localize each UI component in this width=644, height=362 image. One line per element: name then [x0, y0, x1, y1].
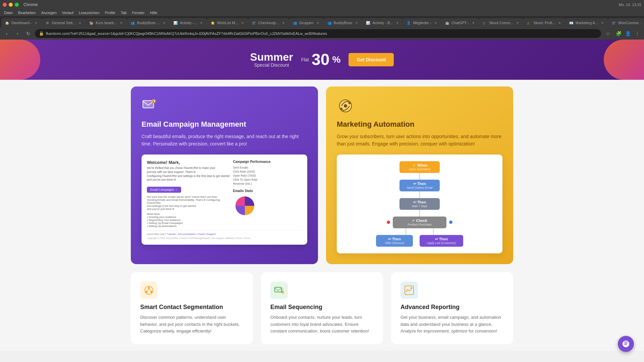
tab-label: Marketing A... [576, 21, 598, 25]
extensions-icon[interactable]: 🧩 [614, 29, 623, 38]
tab-general-sett[interactable]: ⚙ General Sett... × [42, 18, 86, 27]
menu-bearbeiten[interactable]: Bearbeiten [18, 11, 36, 15]
smart-segmentation-card: Smart Contact Segmentation Discover comm… [131, 272, 253, 344]
tab-skool2[interactable]: 🎓 Skool: Profi... × [523, 18, 565, 27]
mockup-welcome: Welcome! Mark, [147, 160, 230, 165]
page-content: Summer Special Discount Flat 30 % Get Di… [0, 40, 644, 351]
flow-then2-label: ↩ Then [405, 200, 434, 204]
menu-icon[interactable]: ⋮ [633, 29, 641, 38]
tab-marketing[interactable]: 📧 Marketing A... × [566, 18, 608, 27]
flow-then1-node: ↩ Then Send (Sales) Email [399, 180, 440, 191]
menu-anzeigen[interactable]: Anzeigen [41, 11, 57, 15]
app-name: Chrome [23, 2, 38, 7]
menu-datei[interactable]: Datei [4, 11, 13, 15]
tab-bar: 🏠 Dashboard - × ⚙ General Sett... × 📚 Ku… [0, 16, 644, 27]
email-campaign-card: 📢 Email Campaign Management Craft beauti… [131, 86, 318, 264]
tab-favicon: 👥 [327, 20, 332, 25]
tab-close[interactable]: × [471, 20, 476, 25]
automation-flowchart: ⚡ When Optin Submitted ↩ Then Send (Sale… [337, 155, 502, 253]
flow-connector-3 [419, 210, 420, 217]
svg-rect-14 [275, 287, 281, 292]
tab-favicon: 📧 [569, 20, 574, 25]
tab-activity-b[interactable]: 📊 Activity - B... × [362, 18, 403, 27]
secure-icon: 🔒 [39, 31, 44, 36]
flow-connector-1 [419, 173, 420, 180]
tab-close[interactable]: × [354, 20, 359, 25]
svg-point-5 [348, 102, 351, 104]
profile-icon[interactable]: 👤 [624, 29, 632, 38]
flow-then-right-subtitle: Apply List (Customer) [425, 241, 458, 245]
tab-dashboard[interactable]: 🏠 Dashboard - × [1, 18, 42, 27]
tab-close[interactable]: × [281, 20, 286, 25]
mockup-copyright: Copyright © 2020 FluentCRM. A brand of W… [147, 237, 302, 239]
browser-close-dot[interactable] [3, 3, 7, 7]
browser-maximize-dot[interactable] [15, 3, 19, 7]
tab-label: General Sett... [52, 21, 76, 25]
tab-close[interactable]: × [240, 20, 245, 25]
flow-connector-right [433, 228, 434, 235]
tab-checkoutp[interactable]: 🛒 Checkoutp... × [248, 18, 289, 27]
mockup-email-campaigns-btn[interactable]: Email Campaigns → [147, 187, 181, 193]
menu-verlauf[interactable]: Verlauf [62, 11, 73, 15]
tab-close[interactable]: × [395, 20, 399, 25]
tab-close[interactable]: × [119, 20, 123, 25]
tab-close[interactable]: × [433, 20, 438, 25]
tab-favicon: 📊 [366, 20, 370, 25]
tab-favicon: ⚙ [45, 20, 50, 25]
tab-favicon: 📚 [89, 20, 94, 25]
svg-line-12 [147, 289, 149, 291]
flow-check-row: ✓ Check Product Purchase [387, 217, 452, 228]
tab-close[interactable]: × [515, 20, 520, 25]
bottom-features-row: Smart Contact Segmentation Discover comm… [131, 272, 513, 344]
svg-line-13 [149, 289, 151, 291]
address-bar-icons: ☆ [604, 29, 612, 38]
tab-wishlist[interactable]: ⭐ WishList M... × [207, 18, 248, 27]
svg-point-7 [344, 104, 347, 108]
menu-tab[interactable]: Tab [121, 11, 127, 15]
menu-lesezeichen[interactable]: Lesezeichen [79, 11, 100, 15]
menu-profile[interactable]: Profile [105, 11, 115, 15]
browser-minimize-dot[interactable] [9, 3, 13, 7]
flow-then-right-node: ↩ Then Apply List (Customer) [420, 235, 463, 247]
tab-kurs[interactable]: 📚 Kurs bearb... × [86, 18, 127, 27]
get-discount-button[interactable]: Get Discount [348, 53, 394, 66]
chat-support-button[interactable] [618, 336, 634, 352]
forward-button[interactable]: › [13, 29, 21, 38]
tab-close[interactable]: × [557, 20, 562, 25]
tab-activity[interactable]: 📊 Activity -... × [170, 18, 207, 27]
tab-woocomm[interactable]: 🛒 WooComme... × [608, 18, 644, 27]
bookmark-icon[interactable]: ☆ [604, 29, 612, 38]
tab-close[interactable]: × [316, 20, 320, 25]
back-button[interactable]: ‹ [3, 29, 11, 38]
tab-label: BuddyBoss [334, 21, 353, 25]
marketing-automation-title: Marketing Automation [337, 120, 502, 129]
tab-buddyboss2[interactable]: 👥 BuddyBoss × [324, 18, 363, 27]
tab-label: Skool Comm... [489, 21, 513, 25]
tab-close[interactable]: × [77, 20, 82, 25]
tab-close[interactable]: × [199, 20, 204, 25]
tab-mitglieder[interactable]: 👤 Mitglieder - × [403, 18, 441, 27]
tab-favicon: 🎓 [527, 20, 531, 25]
banner-discount-value: 30 [312, 52, 329, 68]
reload-button[interactable]: ↻ [24, 29, 32, 38]
address-bar[interactable]: 🔒 fluentcrm.com/?ref=2511&gad_source=1&g… [35, 29, 601, 38]
flow-connector-2 [419, 191, 420, 198]
tab-close[interactable]: × [600, 20, 605, 25]
tab-label: ChatGPT - [451, 21, 469, 25]
banner-summer-text: Summer [250, 52, 293, 62]
tab-chatgpt[interactable]: 🤖 ChatGPT - × [441, 18, 479, 27]
tab-close[interactable]: × [34, 20, 39, 25]
svg-point-10 [146, 291, 148, 293]
tab-buddyboss1[interactable]: 👥 BuddyBoss ... × [127, 18, 170, 27]
tab-favicon: 🎓 [482, 20, 487, 25]
svg-rect-17 [405, 286, 414, 295]
tab-skool1[interactable]: 🎓 Skool Comm... × [479, 18, 523, 27]
menu-fenster[interactable]: Fenster [132, 11, 145, 15]
tab-label: Activity - B... [372, 21, 393, 25]
menu-hilfe[interactable]: Hilfe [150, 11, 157, 15]
marketing-automation-card: Marketing Automation Grow your subscribe… [326, 86, 513, 264]
flow-then-left-label: ↩ Then [381, 237, 408, 241]
tab-gruppen[interactable]: 👥 Gruppen × [289, 18, 324, 27]
tab-close[interactable]: × [162, 20, 166, 25]
tab-favicon: 📊 [173, 20, 178, 25]
